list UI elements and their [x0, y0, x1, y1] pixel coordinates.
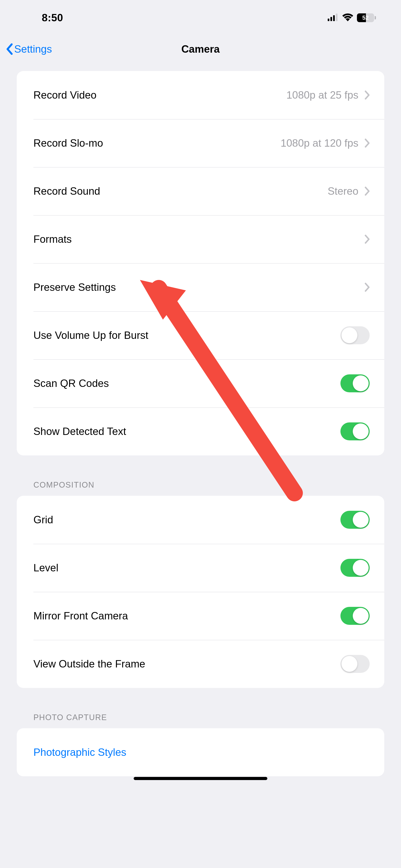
group-header-photo-capture: PHOTO CAPTURE [33, 713, 401, 722]
row-photo-styles[interactable]: Photographic Styles [17, 728, 384, 776]
row-record-sound[interactable]: Record Sound Stereo [17, 167, 384, 215]
row-value: 1080p at 120 fps [280, 137, 359, 149]
toggle-level[interactable] [340, 559, 370, 577]
row-label: Show Detected Text [33, 425, 340, 437]
row-level[interactable]: Level [17, 544, 384, 592]
settings-group-2: Photographic Styles [17, 728, 384, 776]
back-button[interactable]: Settings [6, 43, 52, 55]
status-bar: 8:50 52 [0, 0, 401, 35]
settings-group-1: Grid Level Mirror Front Camera View Outs… [17, 496, 384, 688]
svg-rect-2 [333, 15, 335, 21]
chevron-right-icon [365, 90, 370, 100]
row-record-video[interactable]: Record Video 1080p at 25 fps [17, 71, 384, 119]
row-label: Formats [33, 233, 365, 245]
row-scan-qr[interactable]: Scan QR Codes [17, 359, 384, 407]
status-indicators: 52 [328, 13, 376, 22]
screen: 8:50 52 [0, 0, 401, 785]
row-label: Preserve Settings [33, 281, 365, 293]
row-value: 1080p at 25 fps [286, 89, 359, 101]
back-label: Settings [14, 43, 52, 55]
row-label: Grid [33, 514, 340, 526]
row-label: View Outside the Frame [33, 658, 340, 670]
row-record-slomo[interactable]: Record Slo-mo 1080p at 120 fps [17, 119, 384, 167]
row-volume-burst[interactable]: Use Volume Up for Burst [17, 311, 384, 359]
battery-icon: 52 [357, 13, 376, 22]
row-label: Photographic Styles [33, 746, 370, 758]
toggle-volume-burst[interactable] [340, 326, 370, 344]
chevron-right-icon [365, 187, 370, 196]
page-title: Camera [181, 43, 219, 55]
toggle-view-outside[interactable] [340, 655, 370, 673]
chevron-right-icon [365, 235, 370, 244]
row-value: Stereo [328, 185, 359, 197]
row-formats[interactable]: Formats [17, 215, 384, 263]
toggle-grid[interactable] [340, 511, 370, 529]
row-grid[interactable]: Grid [17, 496, 384, 544]
row-detected-text[interactable]: Show Detected Text [17, 407, 384, 456]
toggle-detected-text[interactable] [340, 423, 370, 440]
row-label: Record Video [33, 89, 286, 101]
status-time: 8:50 [42, 12, 63, 24]
chevron-left-icon [6, 43, 13, 55]
chevron-right-icon [365, 138, 370, 148]
home-indicator [134, 777, 267, 780]
row-label: Use Volume Up for Burst [33, 329, 340, 341]
svg-rect-1 [331, 17, 332, 21]
row-label: Mirror Front Camera [33, 610, 340, 622]
svg-rect-0 [328, 19, 329, 21]
svg-rect-3 [336, 13, 338, 21]
row-preserve-settings[interactable]: Preserve Settings [17, 263, 384, 311]
row-label: Record Sound [33, 185, 328, 197]
row-label: Record Slo-mo [33, 137, 280, 149]
group-header-composition: COMPOSITION [33, 480, 401, 490]
toggle-scan-qr[interactable] [340, 374, 370, 392]
row-view-outside[interactable]: View Outside the Frame [17, 640, 384, 688]
row-mirror-front[interactable]: Mirror Front Camera [17, 592, 384, 640]
wifi-icon [342, 13, 353, 22]
nav-bar: Settings Camera [0, 35, 401, 63]
chevron-right-icon [365, 283, 370, 292]
row-label: Scan QR Codes [33, 377, 340, 390]
cellular-icon [328, 13, 339, 22]
settings-group-0: Record Video 1080p at 25 fps Record Slo-… [17, 71, 384, 456]
toggle-mirror-front[interactable] [340, 607, 370, 625]
row-label: Level [33, 562, 340, 574]
